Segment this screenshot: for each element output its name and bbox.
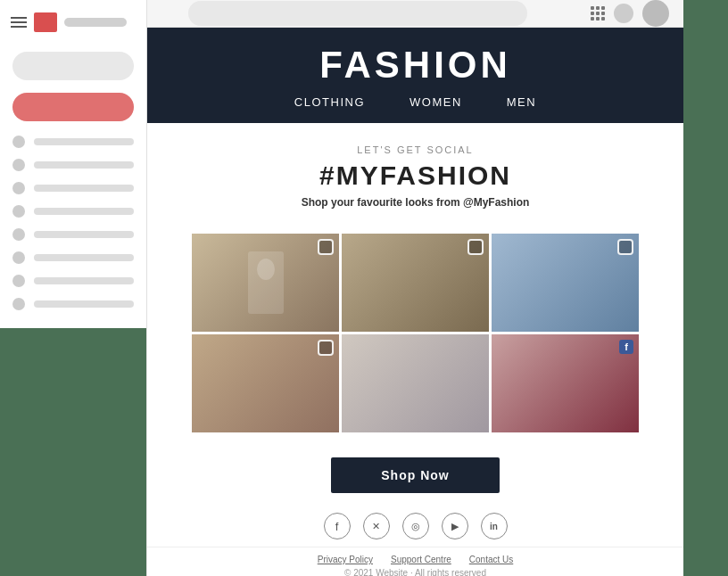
list-item[interactable] — [12, 159, 134, 171]
sidebar-green-panel — [0, 328, 146, 576]
facebook-icon: f — [619, 340, 633, 354]
photo-grid: f — [147, 234, 683, 432]
list-line — [34, 300, 134, 308]
social-sub-prefix: Shop your favourite looks from — [302, 196, 463, 209]
list-item[interactable] — [12, 298, 134, 310]
list-line — [34, 138, 134, 145]
instagram-social-icon[interactable]: ◎ — [402, 513, 429, 539]
site-footer: Privacy Policy Support Centre Contact Us… — [147, 547, 683, 576]
list-item[interactable] — [12, 275, 134, 287]
sidebar-pill-button[interactable] — [12, 52, 134, 80]
shop-now-section: Shop Now — [147, 443, 683, 506]
list-line — [34, 208, 134, 215]
footer-support[interactable]: Support Centre — [391, 555, 451, 564]
instagram-icon — [467, 239, 484, 255]
list-dot — [12, 205, 25, 218]
list-item[interactable] — [12, 205, 134, 218]
sidebar-active-button[interactable] — [12, 93, 134, 121]
photo-cell-1[interactable] — [192, 234, 339, 332]
shop-now-button[interactable]: Shop Now — [331, 457, 499, 493]
social-handle[interactable]: @MyFashion — [463, 196, 529, 209]
social-hashtag: #MYFASHION — [165, 160, 666, 191]
list-dot — [12, 275, 25, 287]
list-line — [34, 231, 134, 238]
social-section: LET'S GET SOCIAL #MYFASHION Shop your fa… — [147, 123, 683, 223]
photo-cell-3[interactable] — [492, 234, 639, 332]
footer-copyright: © 2021 Website · All rights reserved — [147, 568, 683, 576]
logo-red-box — [34, 12, 57, 32]
footer-links: Privacy Policy Support Centre Contact Us — [147, 555, 683, 564]
vimeo-social-icon[interactable]: ▶ — [442, 513, 468, 539]
grid-icon[interactable] — [591, 6, 605, 21]
browser-icons — [591, 0, 669, 27]
facebook-social-icon[interactable]: f — [324, 513, 351, 539]
instagram-icon — [318, 340, 334, 356]
nav-links: CLOTHING WOMEN MEN — [294, 95, 536, 109]
list-item[interactable] — [12, 251, 134, 264]
photo-cell-2[interactable] — [342, 234, 489, 332]
list-dot — [12, 251, 25, 264]
top-bar-placeholder — [64, 18, 127, 27]
social-sub: Shop your favourite looks from @MyFashio… — [165, 196, 666, 209]
list-item[interactable] — [12, 228, 134, 241]
list-line — [34, 254, 134, 261]
photo-overlay-1 — [192, 234, 339, 332]
social-label: LET'S GET SOCIAL — [165, 144, 666, 155]
instagram-icon — [617, 239, 633, 255]
list-item[interactable] — [12, 136, 134, 148]
right-green-panel — [683, 0, 728, 576]
sidebar — [0, 0, 147, 576]
nav-women[interactable]: WOMEN — [410, 95, 462, 109]
list-line — [34, 161, 134, 169]
list-item[interactable] — [12, 182, 134, 194]
website-wrapper: FASHION CLOTHING WOMEN MEN LET'S GET SOC… — [147, 28, 683, 576]
nav-clothing[interactable]: CLOTHING — [294, 95, 365, 109]
nav-men[interactable]: MEN — [507, 95, 536, 109]
sidebar-list — [0, 136, 146, 310]
linkedin-social-icon[interactable]: in — [481, 513, 508, 539]
browser-bar — [147, 0, 683, 28]
list-line — [34, 185, 134, 192]
avatar-small[interactable] — [614, 4, 633, 23]
main-content: FASHION CLOTHING WOMEN MEN LET'S GET SOC… — [147, 0, 683, 576]
sidebar-top-bar — [0, 0, 146, 45]
list-dot — [12, 298, 25, 310]
list-line — [34, 277, 134, 284]
list-dot — [12, 228, 25, 241]
social-icons-row: f ✕ ◎ ▶ in — [147, 506, 683, 547]
hamburger-icon[interactable] — [11, 17, 27, 28]
avatar-large[interactable] — [642, 0, 669, 27]
photo-cell-6[interactable]: f — [492, 334, 639, 432]
twitter-social-icon[interactable]: ✕ — [363, 513, 390, 539]
footer-contact[interactable]: Contact Us — [469, 555, 513, 564]
photo-cell-5[interactable] — [342, 334, 489, 432]
svg-point-1 — [257, 259, 275, 280]
list-dot — [12, 136, 25, 148]
footer-privacy[interactable]: Privacy Policy — [318, 555, 373, 564]
list-dot — [12, 159, 25, 171]
photo-cell-4[interactable] — [192, 334, 339, 432]
list-dot — [12, 182, 25, 194]
site-logo: FASHION — [319, 28, 511, 95]
address-bar[interactable] — [188, 1, 527, 26]
site-navigation: FASHION CLOTHING WOMEN MEN — [147, 28, 683, 123]
